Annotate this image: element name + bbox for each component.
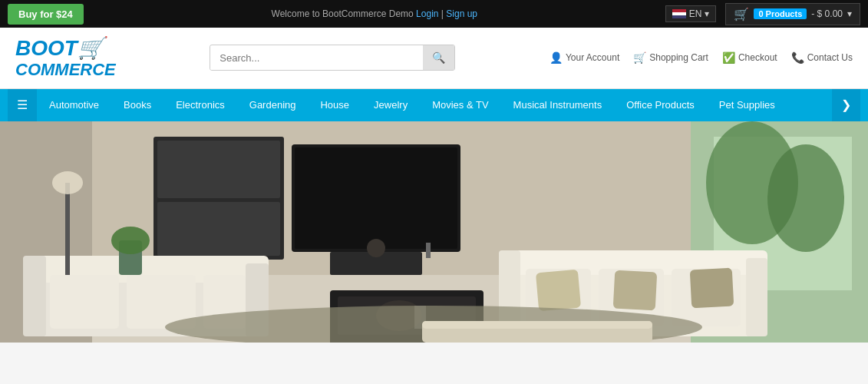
top-bar: Buy for $24 Welcome to BootCommerce Demo… — [0, 0, 868, 28]
search-button[interactable]: 🔍 — [423, 45, 454, 70]
checkout-label: Checkout — [738, 52, 777, 63]
logo[interactable]: BOOT🛒 COMMERCE — [15, 37, 116, 79]
your-account-link[interactable]: 👤 Your Account — [550, 51, 619, 64]
nav-item-gardening[interactable]: Gardening — [237, 89, 309, 121]
lang-code: EN — [689, 8, 702, 19]
cart-price: - $ 0.00 — [811, 8, 843, 19]
products-badge: 0 Products — [754, 8, 807, 19]
contact-link[interactable]: 📞 Contact Us — [791, 51, 853, 64]
svg-rect-15 — [23, 256, 46, 336]
svg-rect-10 — [157, 141, 280, 198]
logo-commerce: COMMERCE — [15, 61, 116, 79]
cart-dropdown-icon: ▾ — [847, 8, 852, 19]
hero-banner — [0, 121, 868, 343]
contact-label: Contact Us — [807, 52, 853, 63]
svg-rect-27 — [746, 258, 767, 336]
nav-item-automotive[interactable]: Automotive — [37, 89, 111, 121]
nav-item-pet-supplies[interactable]: Pet Supplies — [707, 89, 787, 121]
nav-item-house[interactable]: House — [308, 89, 361, 121]
cart-icon: 🛒 — [734, 7, 749, 22]
nav-menu-toggle[interactable]: ☰ — [8, 89, 37, 121]
account-label: Your Account — [566, 52, 619, 63]
nav-item-books[interactable]: Books — [111, 89, 163, 121]
search-bar: 🔍 — [210, 45, 455, 71]
flag-icon — [672, 9, 686, 18]
logo-cart-icon: 🛒 — [78, 36, 104, 60]
promo-text: Welcome to BootCommerce Demo Login | Sig… — [272, 8, 477, 19]
top-bar-right: EN ▾ 🛒 0 Products - $ 0.00 ▾ — [665, 3, 860, 25]
shopping-cart-icon: 🛒 — [633, 51, 646, 64]
checkout-link[interactable]: ✅ Checkout — [722, 51, 777, 64]
svg-point-38 — [111, 227, 150, 254]
cart-button[interactable]: 🛒 0 Products - $ 0.00 ▾ — [725, 3, 860, 25]
search-input[interactable] — [210, 46, 423, 70]
nav-menu-items: Automotive Books Electronics Gardening H… — [37, 89, 787, 121]
svg-rect-8 — [295, 147, 457, 249]
svg-point-39 — [367, 239, 385, 257]
svg-rect-35 — [65, 183, 70, 275]
nav-menu: ☰ Automotive Books Electronics Gardening… — [0, 89, 868, 121]
hero-image — [0, 121, 868, 343]
login-link[interactable]: Login — [416, 8, 438, 19]
svg-point-36 — [52, 171, 83, 194]
svg-rect-11 — [157, 202, 280, 256]
buy-button[interactable]: Buy for $24 — [8, 4, 84, 25]
header-nav: 👤 Your Account 🛒 Shopping Cart ✅ Checkou… — [550, 51, 853, 64]
svg-point-6 — [767, 144, 844, 252]
svg-rect-17 — [50, 275, 119, 329]
logo-boot: BOOT🛒 — [15, 37, 116, 61]
nav-menu-right-btn[interactable]: ❯ — [832, 89, 860, 121]
svg-rect-33 — [690, 268, 734, 309]
nav-item-office-products[interactable]: Office Products — [614, 89, 707, 121]
nav-item-movies-tv[interactable]: Movies & TV — [420, 89, 500, 121]
checkout-icon: ✅ — [722, 51, 735, 64]
contact-icon: 📞 — [791, 51, 804, 64]
nav-item-electronics[interactable]: Electronics — [163, 89, 237, 121]
header: BOOT🛒 COMMERCE 🔍 👤 Your Account 🛒 Shoppi… — [0, 28, 868, 89]
signup-link[interactable]: Sign up — [446, 8, 477, 19]
account-icon: 👤 — [550, 51, 563, 64]
svg-rect-32 — [613, 270, 658, 311]
nav-item-musical-instruments[interactable]: Musical Instruments — [501, 89, 615, 121]
shopping-cart-link[interactable]: 🛒 Shopping Cart — [633, 51, 708, 64]
svg-rect-42 — [422, 321, 652, 329]
language-selector[interactable]: EN ▾ — [665, 5, 717, 22]
svg-rect-40 — [426, 243, 431, 258]
lang-dropdown-icon: ▾ — [705, 8, 709, 19]
nav-item-jewelry[interactable]: Jewelry — [361, 89, 420, 121]
svg-rect-31 — [536, 270, 581, 312]
shopping-cart-label: Shopping Cart — [649, 52, 708, 63]
